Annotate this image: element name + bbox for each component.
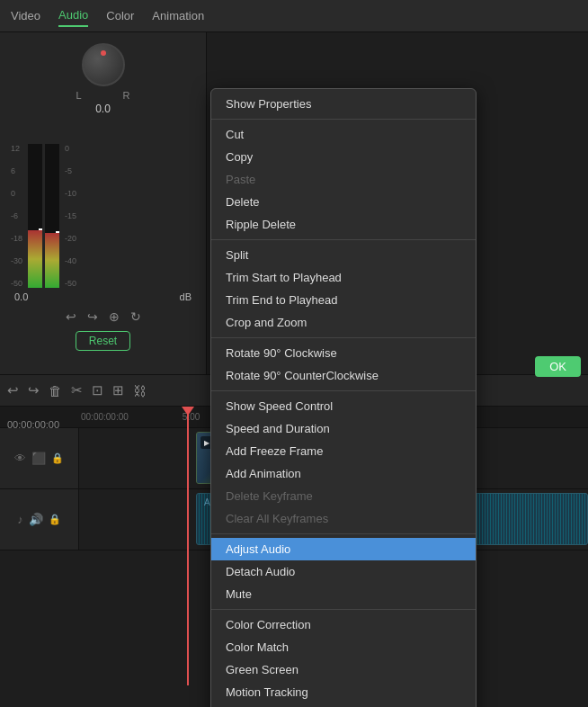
separator-5: [211, 533, 476, 534]
menu-clear-keyframes: Clear All Keyframes: [211, 507, 476, 530]
eye-icon[interactable]: 👁: [14, 452, 26, 465]
audio-track-label: ♪ 🔊 🔒: [0, 489, 79, 550]
chain-tl-icon[interactable]: ⛓: [133, 383, 147, 398]
db-unit: dB: [180, 291, 192, 302]
redo-tl-icon[interactable]: ↪: [28, 382, 40, 398]
menu-copy[interactable]: Copy: [211, 146, 476, 168]
menu-cut[interactable]: Cut: [211, 123, 476, 146]
menu-speed-duration[interactable]: Speed and Duration: [211, 417, 476, 440]
refresh-icon[interactable]: ↻: [130, 309, 141, 324]
db-display: 0.0 dB: [0, 288, 206, 306]
menu-color-correction[interactable]: Color Correction: [211, 613, 476, 636]
label-r: R: [123, 90, 130, 101]
vu-peak-left: [39, 228, 42, 230]
top-nav: Video Audio Color Animation: [0, 0, 588, 32]
menu-split[interactable]: Split: [211, 244, 476, 266]
nav-color[interactable]: Color: [106, 5, 134, 26]
knob-area: L R 0.0: [0, 32, 206, 126]
scissors-tl-icon[interactable]: ✂: [71, 382, 83, 398]
lr-labels: L R: [76, 90, 130, 101]
nav-audio[interactable]: Audio: [58, 4, 88, 27]
ok-button[interactable]: OK: [535, 356, 581, 377]
undo-tl-icon[interactable]: ↩: [7, 382, 19, 398]
link-icon[interactable]: ⊕: [109, 309, 120, 324]
menu-ripple-delete[interactable]: Ripple Delete: [211, 213, 476, 236]
menu-trim-start[interactable]: Trim Start to Playhead: [211, 266, 476, 289]
vu-bar-right: [45, 144, 59, 288]
knob-indicator: [101, 50, 106, 56]
separator-4: [211, 390, 476, 391]
menu-color-match[interactable]: Color Match: [211, 636, 476, 658]
nav-animation[interactable]: Animation: [152, 5, 204, 26]
menu-add-freeze[interactable]: Add Freeze Frame: [211, 440, 476, 462]
menu-delete-keyframe: Delete Keyframe: [211, 485, 476, 507]
menu-rotate-ccw[interactable]: Rotate 90° CounterClockwise: [211, 364, 476, 387]
video-track-label: 👁 ⬛ 🔒: [0, 428, 79, 488]
vu-labels-left: 12 6 0 -6 -18 -30 -50: [9, 144, 24, 288]
vu-bars: [28, 144, 59, 288]
time-display: 00:00:00:00: [7, 419, 59, 430]
vu-peak-right: [56, 231, 59, 233]
speaker-icon[interactable]: 🔊: [29, 513, 43, 526]
vu-labels-right: 0 -5 -10 -15 -20 -40 -50: [63, 144, 78, 288]
menu-crop-zoom[interactable]: Crop and Zoom: [211, 311, 476, 334]
nav-video[interactable]: Video: [11, 5, 40, 26]
audio-panel: L R 0.0 12 6 0 -6 -18 -30 -50: [0, 32, 207, 392]
menu-detach-audio[interactable]: Detach Audio: [211, 560, 476, 583]
separator-6: [211, 609, 476, 610]
vu-bar-left: [28, 144, 42, 288]
menu-show-properties[interactable]: Show Properties: [211, 93, 476, 115]
ruler-time-0: 00:00:00:00: [81, 412, 129, 422]
menu-delete[interactable]: Delete: [211, 191, 476, 213]
reset-button[interactable]: Reset: [76, 331, 130, 351]
menu-show-speed[interactable]: Show Speed Control: [211, 395, 476, 417]
volume-knob[interactable]: [82, 43, 125, 86]
vu-meter: 12 6 0 -6 -18 -30 -50 0 -5: [0, 126, 206, 288]
delete-tl-icon[interactable]: 🗑: [49, 383, 62, 398]
volume-value: 0.0: [95, 103, 111, 115]
menu-trim-end[interactable]: Trim End to Playhead: [211, 289, 476, 311]
menu-mute[interactable]: Mute: [211, 583, 476, 605]
db-value-left: 0.0: [14, 291, 28, 302]
menu-paste: Paste: [211, 168, 476, 191]
audio-lock-icon[interactable]: 🔒: [49, 514, 61, 525]
label-l: L: [76, 90, 82, 101]
vu-fill-left: [28, 230, 42, 288]
main-area: L R 0.0 12 6 0 -6 -18 -30 -50: [0, 32, 588, 707]
separator-1: [211, 119, 476, 120]
menu-rotate-cw[interactable]: Rotate 90° Clockwise: [211, 342, 476, 364]
separator-3: [211, 337, 476, 338]
menu-motion-tracking[interactable]: Motion Tracking: [211, 681, 476, 703]
grid-tl-icon[interactable]: ⊞: [112, 382, 124, 398]
video-track-toggle[interactable]: ⬛: [31, 452, 46, 465]
menu-add-animation[interactable]: Add Animation: [211, 462, 476, 485]
playhead[interactable]: [187, 407, 189, 685]
lock-icon[interactable]: 🔒: [51, 452, 64, 464]
undo-icon[interactable]: ↩: [66, 309, 76, 324]
context-menu: Show Properties Cut Copy Paste Delete Ri…: [210, 88, 477, 707]
menu-green-screen[interactable]: Green Screen: [211, 658, 476, 681]
redo-icon[interactable]: ↪: [87, 309, 98, 324]
menu-adjust-audio[interactable]: Adjust Audio: [211, 538, 476, 560]
separator-2: [211, 239, 476, 240]
audio-icon[interactable]: ♪: [17, 513, 23, 526]
crop-tl-icon[interactable]: ⊡: [92, 382, 103, 398]
vu-fill-right: [45, 233, 59, 288]
current-time: 00:00:00:00: [7, 419, 59, 430]
controls-row: ↩ ↪ ⊕ ↻: [0, 306, 206, 327]
playhead-head: [182, 407, 194, 416]
